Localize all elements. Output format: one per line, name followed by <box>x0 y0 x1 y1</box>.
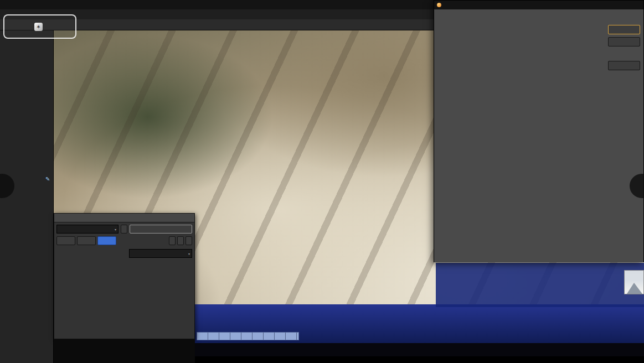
tab-c4[interactable] <box>97 236 116 245</box>
next-button[interactable] <box>121 225 127 234</box>
lens-distortion-panel: ▾ ▾ <box>54 213 195 339</box>
lens-panel-header-row: ▾ <box>56 225 192 234</box>
ai-watermark: ✶ <box>3 14 76 39</box>
transport-controls <box>195 356 644 363</box>
chevron-down-icon: ▾ <box>115 226 116 233</box>
chevron-down-icon: ▾ <box>188 250 190 257</box>
bottom-filler <box>54 339 195 363</box>
preview-thumbnail <box>624 270 644 294</box>
lens-curve-row: ▾ <box>56 249 192 258</box>
go-last-button[interactable] <box>186 236 192 245</box>
dialog-action-buttons <box>608 25 640 70</box>
mountain-graphic <box>627 283 642 294</box>
more-button[interactable] <box>169 236 176 245</box>
timeline[interactable] <box>195 343 644 356</box>
defaults-button[interactable] <box>608 61 640 70</box>
tab-t4-2[interactable] <box>77 236 96 245</box>
dialog-body <box>434 9 643 262</box>
ok-button[interactable] <box>608 25 640 34</box>
app-window: ✎ ▾ ▾ <box>0 0 644 363</box>
timeline-cache-bar[interactable] <box>197 332 299 340</box>
iodo-button[interactable] <box>130 225 192 234</box>
ai-logo-icon: ✶ <box>34 23 43 31</box>
edit-pencil-icon[interactable]: ✎ <box>45 176 50 182</box>
lens-panel-title <box>54 214 194 222</box>
go-first-button[interactable] <box>177 236 184 245</box>
lens-panel-tabs-row <box>56 236 192 245</box>
nuke-app-icon <box>437 3 441 7</box>
cancel-button[interactable] <box>608 37 640 46</box>
distortion-model-select[interactable]: ▾ <box>56 225 119 234</box>
left-tool-panel <box>0 30 54 363</box>
curve-select[interactable]: ▾ <box>129 249 192 258</box>
tab-t4-1[interactable] <box>56 236 75 245</box>
dialog-title-bar[interactable] <box>434 1 643 9</box>
nuke-settings-dialog <box>434 0 644 262</box>
